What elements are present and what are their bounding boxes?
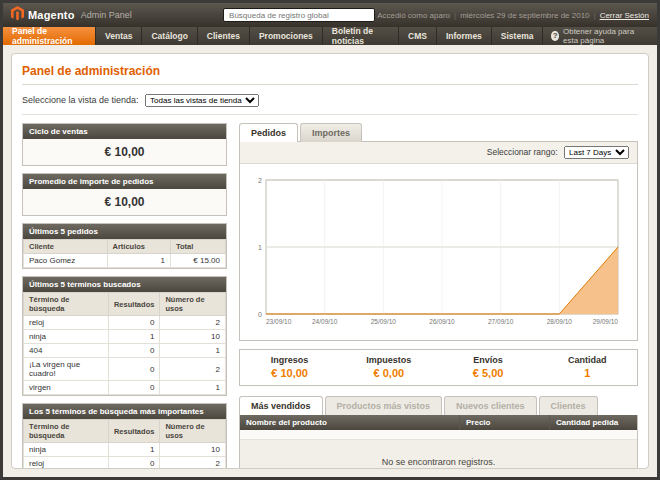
magento-logo-icon [11,6,24,25]
nav-item-customers[interactable]: Clientes [198,27,250,45]
content-area: Panel de administración Seleccione la vi… [3,45,657,477]
tab-amounts[interactable]: Importes [300,123,362,142]
table-row[interactable]: ninja 1 10 [24,330,226,344]
chart-panel: Seleccionar rango: Last 7 Days 01223/09/… [239,141,638,341]
dashboard-panel: Panel de administración Seleccione la vi… [11,53,649,469]
avg-order-title: Promedio de importe de pedidos [23,174,226,189]
help-label: Obtener ayuda para esta página [563,27,649,45]
svg-text:24/09/10: 24/09/10 [312,318,338,325]
sales-cycle-title: Ciclo de ventas [23,124,226,139]
table-header-row: Término de búsqueda Resultados Número de… [24,293,226,316]
sales-cycle-value: € 10,00 [23,139,226,165]
range-label: Seleccionar rango: [487,147,558,157]
chart-tabs: Pedidos Importes [239,123,638,142]
page-title: Panel de administración [22,64,638,78]
tab-bestsellers[interactable]: Más vendidos [239,396,323,415]
nav-item-system[interactable]: Sistema [492,27,544,45]
last-orders-box: Últimos 5 pedidos Cliente Artículos Tota… [22,223,227,269]
logout-link[interactable]: Cerrar Sesión [600,11,649,20]
table-row[interactable]: ¡La virgen que cuadro! 0 2 [24,358,226,381]
admin-window: Magento Admin Panel Accedió como aparo|m… [3,3,657,477]
top-search-box: Los 5 términos de búsqueda más important… [22,403,227,469]
nav-item-catalog[interactable]: Catálogo [142,27,197,45]
help-icon: ? [551,31,559,41]
tab-new-customers[interactable]: Nuevos clientes [444,396,537,415]
svg-text:28/09/10: 28/09/10 [547,318,573,325]
orders-chart: 01223/09/1024/09/1025/09/1026/09/1027/09… [250,172,626,330]
sales-cycle-box: Ciclo de ventas € 10,00 [22,123,227,166]
magento-logo: Magento Admin Panel [11,6,221,25]
main-nav: Panel de administración Ventas Catálogo … [3,27,657,45]
svg-text:26/09/10: 26/09/10 [429,318,455,325]
current-date: miércoles 29 de septiembre de 2010 [460,11,589,20]
tab-orders[interactable]: Pedidos [239,123,298,142]
table-row[interactable]: virgen 0 1 [24,381,226,395]
table-row[interactable]: 404 0 1 [24,344,226,358]
global-search-input[interactable] [223,8,375,22]
nav-item-dashboard[interactable]: Panel de administración [3,27,96,45]
store-view-select[interactable]: Todas las vistas de tienda [145,94,259,107]
svg-text:2: 2 [258,177,262,184]
last-orders-title: Últimos 5 pedidos [23,224,226,239]
chart-wrap: 01223/09/1024/09/1025/09/1026/09/1027/09… [240,164,637,334]
tab-customers[interactable]: Clientes [539,396,598,415]
page-help-link[interactable]: ? Obtener ayuda para esta página [543,27,657,45]
stat-revenue: Ingresos € 10,00 [240,355,339,379]
nav-item-promotions[interactable]: Promociones [250,27,323,45]
nav-item-sales[interactable]: Ventas [96,27,142,45]
store-view-label: Seleccione la vista de tienda: [22,95,139,105]
svg-text:27/09/10: 27/09/10 [488,318,514,325]
svg-text:29/09/10: 29/09/10 [593,318,619,325]
svg-text:0: 0 [258,311,262,318]
stat-quantity: Cantidad 1 [538,355,637,379]
range-select[interactable]: Last 7 Days [564,146,629,159]
svg-text:23/09/10: 23/09/10 [266,318,292,325]
product-tabs: Más vendidos Productos más vistos Nuevos… [239,396,638,415]
last-search-title: Últimos 5 términos buscados [23,277,226,292]
svg-text:25/09/10: 25/09/10 [371,318,397,325]
nav-item-reports[interactable]: Informes [437,27,492,45]
product-table-header: Nombre del producto Precio Cantidad pedi… [240,415,637,430]
right-column: Pedidos Importes Seleccionar rango: Last… [239,123,638,469]
last-orders-table: Cliente Artículos Total Paco Gomez 1 € 1… [23,239,226,268]
last-search-table: Término de búsqueda Resultados Número de… [23,292,226,395]
totals-bar: Ingresos € 10,00 Impuestos € 0,00 Envíos… [239,349,638,386]
svg-text:1: 1 [258,244,262,251]
nav-item-cms[interactable]: CMS [399,27,437,45]
stat-tax: Impuestos € 0,00 [339,355,438,379]
logged-in-as: Accedió como aparo [377,11,450,20]
last-search-box: Últimos 5 términos buscados Término de b… [22,276,227,396]
table-row[interactable]: Paco Gomez 1 € 15.00 [24,254,226,268]
product-table: Nombre del producto Precio Cantidad pedi… [239,415,638,469]
logo-title: Magento [28,9,75,21]
top-search-table: Término de búsqueda Resultados Número de… [23,419,226,469]
table-row[interactable]: ninja 1 10 [24,443,226,457]
stat-shipping: Envíos € 5,00 [439,355,538,379]
range-bar: Seleccionar rango: Last 7 Days [240,142,637,164]
store-view-row: Seleccione la vista de tienda: Todas las… [22,91,638,115]
avg-order-box: Promedio de importe de pedidos € 10,00 [22,173,227,216]
table-header-row: Cliente Artículos Total [24,240,226,254]
top-bar: Magento Admin Panel Accedió como aparo|m… [3,3,657,27]
product-table-empty-row [240,430,637,440]
avg-order-value: € 10,00 [23,189,226,215]
left-column: Ciclo de ventas € 10,00 Promedio de impo… [22,123,227,469]
table-row[interactable]: reloj 0 2 [24,316,226,330]
logo-subtitle: Admin Panel [81,10,132,20]
tab-most-viewed[interactable]: Productos más vistos [325,396,443,415]
title-divider [22,84,638,85]
no-records-message: No se encontraron registros. [240,440,637,469]
table-header-row: Término de búsqueda Resultados Número de… [24,420,226,443]
nav-item-newsletter[interactable]: Boletín de noticias [323,27,399,45]
top-search-title: Los 5 términos de búsqueda más important… [23,404,226,419]
table-row[interactable]: reloj 0 2 [24,457,226,470]
